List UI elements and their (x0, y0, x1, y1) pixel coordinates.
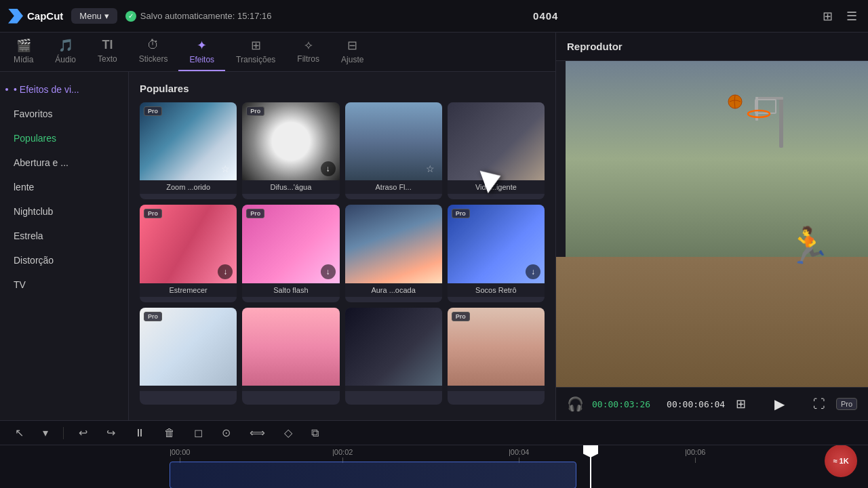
tab-transitions[interactable]: ⊞ Transições (225, 33, 286, 71)
play-clip-button[interactable]: ⊙ (218, 425, 235, 441)
pro-badge-5: Pro (144, 209, 162, 218)
effect-label-3: Atraso Fl... (345, 180, 442, 194)
main-area: 🎬 Mídia 🎵 Áudio TI Texto ⏱ Stickers ✦ Ef… (0, 33, 868, 420)
fav-icon-3: ☆ (423, 161, 438, 176)
effect-card-11[interactable] (345, 308, 442, 405)
reprodutor-title: Reprodutor (567, 41, 623, 52)
sidebar-item-lente[interactable]: lente (0, 175, 128, 199)
effect-thumb-7 (345, 205, 442, 283)
effect-thumb-5: Pro ↓ (140, 205, 237, 283)
ruler-mark-2: |00:04 (509, 448, 529, 463)
delete-button[interactable]: 🗑 (160, 426, 179, 441)
sidebar-item-effects-vi-label: • Efeitos de vi... (14, 84, 79, 95)
sidebar-item-estrela-label: Estrela (14, 230, 43, 241)
sidebar-item-nightclub[interactable]: Nightclub (0, 199, 128, 224)
effect-label-2: Difus...'água (242, 180, 339, 194)
effect-card-1[interactable]: Pro ☆ Zoom ...orido (140, 102, 237, 199)
effect-label-9 (140, 386, 237, 391)
effect-card-10[interactable] (242, 308, 339, 405)
menu-label: Menu (79, 11, 102, 21)
sidebar-item-favoritos[interactable]: Favoritos (0, 102, 128, 126)
timeline: ↖ ▾ ↩ ↪ ⏸ 🗑 ◻ ⊙ ⟺ ◇ ⧉ |00:00 |00:02 |00:… (0, 420, 868, 488)
pro-badge-12: Pro (452, 312, 470, 321)
timeline-toolbar: ↖ ▾ ↩ ↪ ⏸ 🗑 ◻ ⊙ ⟺ ◇ ⧉ (0, 421, 868, 445)
tab-stickers[interactable]: ⏱ Stickers (128, 33, 179, 71)
effect-thumb-3: ☆ (345, 102, 442, 180)
keyframe-button[interactable]: ◇ (280, 425, 296, 441)
sidebar-item-effects-vi[interactable]: • Efeitos de vi... (0, 77, 128, 102)
menu-chevron-icon: ▾ (104, 11, 109, 21)
effect-card-4[interactable]: Vide...igente (448, 102, 545, 199)
effect-label-5: Estremecer (140, 283, 237, 297)
video-controls: 🎧 00:00:03:26 00:00:06:04 ⊞ ▶ ⛶ Pro (556, 387, 868, 420)
tab-media[interactable]: 🎬 Mídia (3, 33, 44, 71)
menu-button[interactable]: Menu ▾ (71, 8, 117, 24)
topbar-right: ⊞ ☰ (820, 6, 860, 26)
tab-adjust[interactable]: ⊟ Ajuste (330, 33, 374, 71)
timeline-clip (170, 462, 576, 488)
filters-icon: ⟡ (304, 38, 313, 52)
effect-card-5[interactable]: Pro ↓ Estremecer (140, 205, 237, 302)
tab-audio[interactable]: 🎵 Áudio (44, 33, 87, 71)
effects-grid: Pro ☆ Zoom ...orido Pro ↓ Difus...'água (140, 102, 545, 405)
sidebar-item-abertura[interactable]: Abertura e ... (0, 150, 128, 175)
effect-thumb-9: Pro (140, 308, 237, 386)
media-icon: 🎬 (16, 38, 31, 53)
crop-button[interactable]: ⧉ (307, 426, 323, 441)
timeline-track-area: |00:00 |00:02 |00:04 |00:06 ≈ 1K (0, 445, 868, 488)
select-dropdown-button[interactable]: ▾ (39, 425, 52, 441)
download-icon-8: ↓ (526, 264, 540, 279)
tab-text[interactable]: TI Texto (87, 33, 128, 71)
content-area: • Efeitos de vi... Favoritos Populares A… (0, 72, 555, 420)
transitions-icon: ⊞ (251, 38, 261, 53)
effect-card-6[interactable]: Pro ↓ Salto flash (242, 205, 339, 302)
sidebar-item-estrela[interactable]: Estrela (0, 224, 128, 248)
effect-label-12 (448, 386, 545, 391)
effect-label-6: Salto flash (242, 283, 339, 297)
effects-sidebar: • Efeitos de vi... Favoritos Populares A… (0, 72, 129, 420)
redo-button[interactable]: ↪ (102, 425, 119, 441)
flip-button[interactable]: ⟺ (245, 425, 269, 441)
effect-thumb-4 (448, 102, 545, 180)
grid-view-button[interactable]: ⊞ (733, 394, 749, 414)
download-icon-6: ↓ (321, 264, 336, 279)
app-logo: CapCut (8, 9, 63, 24)
effect-card-7[interactable]: Aura ...ocada (345, 205, 442, 302)
tab-effects[interactable]: ✦ Efeitos (178, 33, 225, 71)
tool-tabs: 🎬 Mídia 🎵 Áudio TI Texto ⏱ Stickers ✦ Ef… (0, 33, 555, 72)
effect-card-2[interactable]: Pro ↓ Difus...'água (242, 102, 339, 199)
menu-icon[interactable]: ☰ (844, 6, 860, 26)
download-icon-2: ↓ (321, 161, 336, 176)
sidebar-item-populares-label: Populares (14, 133, 56, 144)
pro-badge-2: Pro (246, 106, 264, 116)
timecode-display: 0404 (280, 10, 812, 22)
sidebar-item-populares[interactable]: Populares (0, 126, 128, 150)
sidebar-item-distorcao[interactable]: Distorção (0, 248, 128, 272)
autosave-status: Salvo automaticamente: 15:17:16 (125, 11, 272, 22)
fav-icon-1: ☆ (218, 161, 233, 176)
fullscreen-button[interactable]: ⛶ (810, 394, 828, 414)
headphone-icon: 🎧 (567, 396, 584, 412)
copy-button[interactable]: ◻ (190, 425, 207, 441)
layout-icon[interactable]: ⊞ (820, 6, 835, 26)
effect-card-12[interactable]: Pro (448, 308, 545, 405)
effect-card-9[interactable]: Pro (140, 308, 237, 405)
undo-button[interactable]: ↩ (75, 425, 92, 441)
effect-label-7: Aura ...ocada (345, 283, 442, 297)
select-tool-button[interactable]: ↖ (11, 425, 28, 441)
tab-filters[interactable]: ⟡ Filtros (286, 33, 330, 71)
effect-card-8[interactable]: Pro ↓ Socos Retrô (448, 205, 545, 302)
thumbnail-chip-label: ≈ 1K (833, 457, 848, 465)
sidebar-item-tv[interactable]: TV (0, 272, 128, 297)
play-button[interactable]: ▶ (769, 393, 791, 415)
ruler-mark-0: |00:00 (170, 448, 190, 463)
thumbnail-chip: ≈ 1K (825, 445, 857, 477)
effect-card-3[interactable]: ☆ Atraso Fl... (345, 102, 442, 199)
effect-label-8: Socos Retrô (448, 283, 545, 297)
playhead[interactable] (590, 445, 591, 488)
sidebar-item-lente-label: lente (14, 182, 34, 192)
pro-badge-9: Pro (144, 312, 162, 321)
stickers-icon: ⏱ (147, 38, 159, 52)
effect-label-4: Vide...igente (448, 180, 545, 194)
split-button[interactable]: ⏸ (130, 426, 149, 441)
